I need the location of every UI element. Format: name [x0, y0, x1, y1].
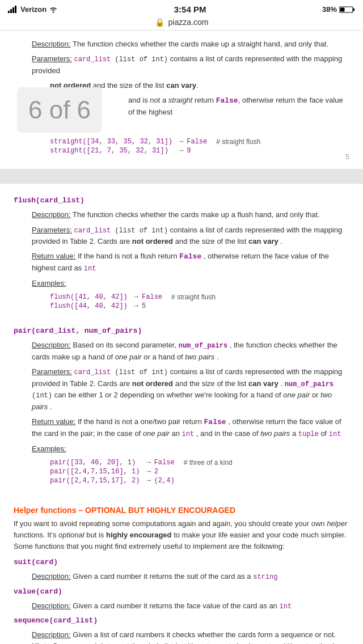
flush-examples-table: flush([41, 40, 42]) → False # straight f… — [50, 293, 219, 311]
desc-label: Description: — [32, 40, 71, 48]
battery-icon — [339, 6, 355, 14]
sequence-func: sequence(card_list) Description: Given a… — [14, 616, 349, 644]
sequence-desc: Description: Given a list of card number… — [32, 629, 349, 644]
pair-examples-label: Examples: — [32, 443, 349, 455]
flush-ex1-comment: # straight flush — [166, 293, 219, 302]
svg-rect-6 — [353, 8, 354, 11]
pair-func-name: pair(card_list, num_of_pairs) — [14, 327, 349, 335]
suit-func-name: suit(card) — [14, 558, 349, 566]
flush-body: Description: The function checks whether… — [32, 209, 349, 311]
helper-heading: Helper functions – OPTIONAL BUT HIGHLY E… — [14, 506, 349, 515]
ex1-comment: # straight flush — [210, 137, 264, 146]
page-5-partial: 6 of 6 Description: The function checks … — [0, 31, 363, 169]
signal-icon — [8, 6, 18, 13]
status-bar: Verizon 3:54 PM 38% — [0, 0, 363, 16]
wifi-icon — [49, 6, 58, 13]
flush-ex1: flush([41, 40, 42]) → False # straight f… — [50, 293, 219, 302]
flush-examples: Examples: flush([41, 40, 42]) → False # … — [32, 278, 349, 311]
pair-desc: Description: Based on its second paramet… — [32, 340, 349, 363]
pair-ex3: pair([2,4,7,15,17], 2) → (2,4) — [50, 476, 236, 485]
svg-rect-2 — [12, 7, 14, 13]
pair-body: Description: Based on its second paramet… — [32, 340, 349, 485]
lock-icon: 🔒 — [155, 18, 164, 27]
desc-text: The function checks whether the cards ma… — [73, 40, 328, 48]
examples-table: straight([34, 33, 35, 32, 31]) → False #… — [50, 137, 264, 155]
flush-params: Parameters: card_list (list of int) cont… — [32, 224, 349, 248]
params-line: Parameters: card_list (list of int) cont… — [32, 53, 349, 77]
suit-func: suit(card) Description: Given a card num… — [14, 558, 349, 583]
flush-return: Return value: If the hand is not a flush… — [32, 251, 349, 274]
ex1-arrow: → — [176, 137, 187, 146]
status-left: Verizon — [8, 5, 58, 14]
params-label: Parameters: — [32, 54, 72, 63]
ex2-result: 9 — [187, 146, 210, 155]
time-display: 3:54 PM — [174, 5, 206, 14]
flush-desc: Description: The function checks whether… — [32, 209, 349, 221]
divider-1 — [14, 316, 349, 324]
svg-rect-3 — [15, 6, 16, 13]
pair-ex1: pair([33, 46, 20], 1) → False # three of… — [50, 458, 236, 467]
battery-label: 38% — [322, 5, 337, 14]
page-number-5: 5 — [345, 153, 349, 161]
pair-ex1-code: pair([33, 46, 20], 1) — [50, 458, 143, 467]
helper-section: Helper functions – OPTIONAL BUT HIGHLY E… — [14, 506, 349, 644]
svg-rect-0 — [8, 11, 10, 13]
page-separator — [0, 173, 363, 179]
ex1-code: straight([34, 33, 35, 32, 31]) — [50, 137, 176, 146]
svg-rect-1 — [10, 9, 12, 13]
page-6: flush(card_list) Description: The functi… — [0, 184, 363, 644]
pair-ex2: pair([2,4,7,15,16], 1) → 2 — [50, 467, 236, 476]
pair-examples: Examples: pair([33, 46, 20], 1) → False … — [32, 443, 349, 485]
helper-body: If you want to avoid repeating some comp… — [14, 518, 349, 552]
url-label: piazza.com — [168, 18, 209, 27]
flush-func-name: flush(card_list) — [14, 196, 349, 205]
flush-ex2: flush([44, 40, 42]) → 5 — [50, 302, 219, 311]
address-bar: 🔒 piazza.com — [0, 16, 363, 31]
value-func-name: value(card) — [14, 587, 349, 596]
pair-ex1-comment: # three of a kind — [178, 458, 236, 467]
example-row-1: straight([34, 33, 35, 32, 31]) → False #… — [50, 137, 264, 146]
ex1-result: False — [187, 137, 210, 146]
carrier-label: Verizon — [20, 5, 47, 14]
pair-section: pair(card_list, num_of_pairs) Descriptio… — [14, 327, 349, 485]
example-row-2: straight([21, 7, 35, 32, 31]) → 9 — [50, 146, 264, 155]
ex2-code: straight([21, 7, 35, 32, 31]) — [50, 146, 176, 155]
divider-2 — [14, 491, 349, 499]
pair-params: Parameters: card_list (list of int) cont… — [32, 366, 349, 413]
pair-ex3-code: pair([2,4,7,15,17], 2) — [50, 476, 143, 485]
suit-desc: Description: Given a card number it retu… — [32, 571, 349, 583]
value-desc: Description: Given a card number it retu… — [32, 600, 349, 612]
ex2-arrow: → — [176, 146, 187, 155]
flush-section: flush(card_list) Description: The functi… — [14, 196, 349, 311]
status-right: 38% — [322, 5, 355, 14]
pair-ex2-code: pair([2,4,7,15,16], 1) — [50, 467, 143, 476]
flush-ex1-code: flush([41, 40, 42]) — [50, 293, 131, 302]
flush-examples-label: Examples: — [32, 278, 349, 289]
pair-examples-table: pair([33, 46, 20], 1) → False # three of… — [50, 458, 236, 485]
sequence-func-name: sequence(card_list) — [14, 616, 349, 625]
flush-ex2-code: flush([44, 40, 42]) — [50, 302, 131, 311]
pair-return: Return value: If the hand is not a one/t… — [32, 416, 349, 440]
page-badge: 6 of 6 — [17, 87, 102, 133]
svg-rect-7 — [340, 7, 344, 11]
desc-line: Description: The function checks whether… — [32, 39, 349, 50]
card-list-param: card_list — [74, 56, 115, 63]
value-func: value(card) Description: Given a card nu… — [14, 587, 349, 612]
svg-point-4 — [53, 11, 54, 12]
